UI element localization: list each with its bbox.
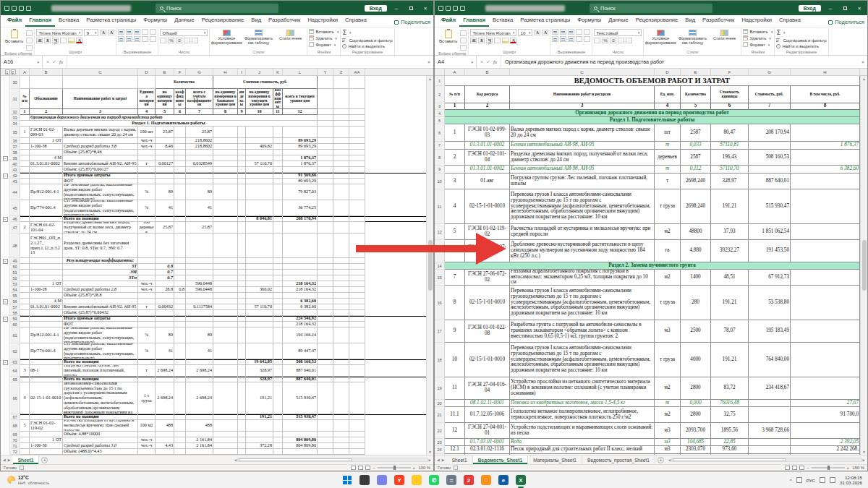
cell[interactable] [186,449,213,455]
cell[interactable] [213,216,238,222]
cell[interactable] [20,299,30,304]
sheet-tab-Sheet1[interactable]: Sheet1 [13,455,40,464]
cell[interactable] [349,167,365,173]
cell[interactable] [138,316,156,322]
cell[interactable]: 89 447,37 [283,343,318,359]
horizontal-scrollbar[interactable]: ◀▶ [234,458,431,462]
cell[interactable] [273,161,283,167]
cell[interactable] [273,155,283,161]
cell[interactable]: Объём: (25,87)*8,46 [63,150,138,155]
cell[interactable] [318,359,333,365]
cell[interactable] [349,161,365,167]
cell[interactable]: т [138,161,156,167]
cell[interactable] [349,449,365,455]
cell[interactable] [30,316,63,322]
row-header[interactable]: 2 [435,86,445,103]
column-header-G[interactable]: G [186,69,213,75]
shrink-font-icon[interactable]: А [542,30,548,35]
cell[interactable]: 508 160,53 [283,359,318,365]
cell[interactable]: НР Земляные работы, выполняемые другим в… [63,328,138,343]
cell[interactable] [156,150,174,155]
cell[interactable]: 191,21 [246,414,273,420]
cell[interactable] [246,184,273,200]
cell[interactable]: Расчистка площадей от кустарника и мелко… [63,420,138,432]
cell[interactable]: 41 [186,200,213,216]
row-header[interactable]: 61 [10,328,20,343]
page-break-view-icon[interactable] [799,466,804,470]
cell[interactable] [333,89,349,109]
autosum-button[interactable]: Σ▾ [776,29,826,36]
cell[interactable] [749,439,791,446]
cell[interactable]: ГЭСН 01-02-101-04 [30,222,63,234]
cell[interactable]: 2698,240 [681,189,711,224]
cell[interactable] [333,173,349,179]
cell[interactable]: 8 [213,109,238,115]
cell[interactable] [333,377,349,382]
cell[interactable]: Наименование работ и ресурсов [510,86,655,103]
cell[interactable]: т [655,400,681,407]
sheet-nav-left-icon[interactable]: ◀ [3,458,6,462]
cell[interactable]: 1-100-38 [30,144,63,150]
cell[interactable]: 89 [156,184,174,200]
cell[interactable]: 6 [711,103,749,110]
cell[interactable] [174,179,186,184]
cell[interactable] [30,76,63,89]
cell[interactable]: 13 [445,454,465,455]
cell[interactable]: 02-15-1-01-0010 [465,286,510,320]
row-header[interactable]: 25 [435,454,445,455]
row-header[interactable]: 62 [10,343,20,359]
cell[interactable]: Всего по позиции [63,359,138,365]
cell[interactable]: коэффициенты [174,89,186,109]
cell[interactable]: Единица измерения [138,89,156,109]
cell[interactable] [749,400,791,407]
cell[interactable] [186,316,213,322]
cell[interactable]: Раздел 1. Подготовительные работы [20,121,318,127]
cell[interactable] [238,275,246,281]
cell[interactable]: % [138,343,156,359]
undo-icon[interactable] [453,6,458,11]
cell[interactable] [156,414,174,420]
cell[interactable] [30,275,63,281]
cell[interactable] [174,343,186,359]
insert-cells-button[interactable]: Вставить▾ [309,29,339,34]
cell[interactable]: 596,0448 [186,281,213,287]
cell[interactable]: 4 [655,103,681,110]
cell[interactable] [349,76,365,89]
save-icon[interactable] [12,6,17,11]
cell[interactable]: Валка деревьев мягких пород с корня, диа… [510,124,655,142]
fill-color-icon[interactable] [502,38,509,43]
save-icon[interactable] [446,6,451,11]
cell[interactable]: 515 930,47 [749,189,791,224]
cell[interactable] [238,437,246,443]
cell[interactable]: Перевозка грузов I класса автомобилями-с… [510,343,655,377]
zoom-level[interactable]: 100 % [417,466,430,470]
cell[interactable] [273,310,283,316]
cell[interactable] [238,270,246,275]
cell[interactable]: 508 160,53 [749,150,791,166]
cell[interactable] [213,304,238,310]
ribbon-tab-5[interactable]: Формулы [140,15,171,27]
cell[interactable]: 804 809,80 [283,443,318,449]
cell[interactable] [349,287,365,293]
cell[interactable] [318,304,333,310]
sheet-nav-left-icon[interactable]: ◀ [437,458,440,462]
row-header[interactable]: 66 [10,382,20,414]
column-header-K[interactable]: K [273,69,283,75]
cell[interactable]: ГЭСН 01-02-099-03 [30,127,63,138]
cell[interactable]: НР Земляные работы, выполняемые другим в… [63,184,138,200]
cell[interactable] [273,359,283,365]
row-header[interactable]: 49 [10,258,20,264]
cell[interactable] [138,76,156,89]
cell[interactable] [318,161,333,167]
row-header[interactable]: 60 [10,322,20,328]
cell[interactable]: 12 [445,423,465,439]
cell[interactable]: 41 [186,343,213,359]
cell[interactable] [186,216,213,222]
cell[interactable] [30,293,63,299]
cell[interactable] [283,222,318,234]
indent-icon[interactable] [576,36,582,42]
format-as-table-button[interactable]: Форматировать как таблицу [243,29,273,45]
cell[interactable]: ГЭСН 01-02-101-04 [465,150,510,166]
cell[interactable] [318,155,333,161]
app-excel[interactable]: X [516,475,526,485]
